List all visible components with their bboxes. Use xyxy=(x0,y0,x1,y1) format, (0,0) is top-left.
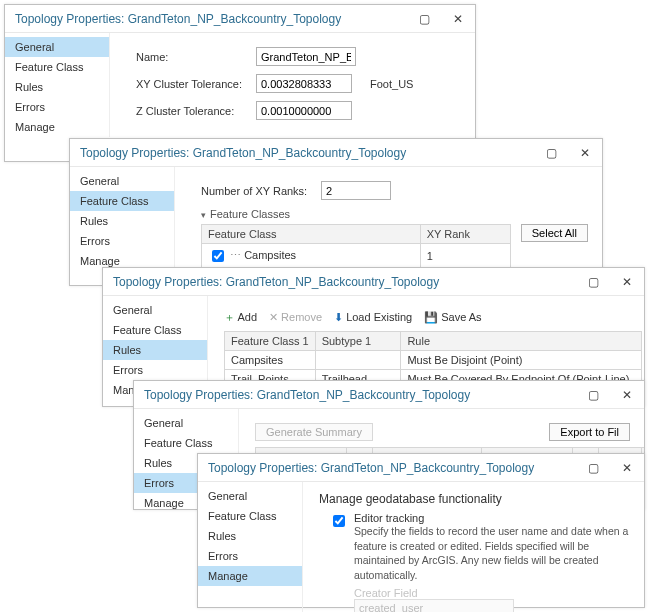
table-row[interactable]: ⋯ Campsites 1 xyxy=(202,244,511,269)
sidebar: General Feature Class Rules Errors Manag… xyxy=(5,33,110,137)
sidebar-item-feature-class[interactable]: Feature Class xyxy=(70,191,174,211)
th-feature-class: Feature Class xyxy=(202,225,421,244)
maximize-icon[interactable]: ▢ xyxy=(576,381,610,409)
sidebar-item-rules[interactable]: Rules xyxy=(70,211,174,231)
th-fc1: Feature Class 1 xyxy=(225,332,316,351)
sidebar-item-manage[interactable]: Manage xyxy=(198,566,302,586)
sidebar-item-feature-class[interactable]: Feature Class xyxy=(198,506,302,526)
window-title: Topology Properties: GrandTeton_NP_Backc… xyxy=(113,275,576,289)
sidebar-item-errors[interactable]: Errors xyxy=(103,360,207,380)
titlebar: Topology Properties: GrandTeton_NP_Backc… xyxy=(134,381,644,409)
maximize-icon[interactable]: ▢ xyxy=(576,268,610,296)
sidebar-item-rules[interactable]: Rules xyxy=(198,526,302,546)
sidebar-item-feature-class[interactable]: Feature Class xyxy=(103,320,207,340)
sidebar-item-feature-class[interactable]: Feature Class xyxy=(134,433,238,453)
row-checkbox[interactable] xyxy=(212,250,224,262)
sidebar-item-errors[interactable]: Errors xyxy=(198,546,302,566)
sidebar-item-rules[interactable]: Rules xyxy=(103,340,207,360)
ranks-input[interactable] xyxy=(321,181,391,200)
row-name: Campsites xyxy=(244,249,296,261)
titlebar: Topology Properties: GrandTeton_NP_Backc… xyxy=(70,139,602,167)
sidebar-item-rules[interactable]: Rules xyxy=(5,77,109,97)
download-icon: ⬇ xyxy=(334,311,343,323)
editor-tracking-desc: Specify the fields to record the user na… xyxy=(354,524,630,583)
sidebar: General Feature Class Rules Errors Manag… xyxy=(70,167,175,277)
close-icon[interactable]: ✕ xyxy=(610,268,644,296)
dialog-feature-class: Topology Properties: GrandTeton_NP_Backc… xyxy=(69,138,603,286)
sidebar-item-general[interactable]: General xyxy=(198,486,302,506)
close-icon[interactable]: ✕ xyxy=(610,454,644,482)
manage-heading: Manage geodatabase functionality xyxy=(319,492,630,506)
editor-tracking-label: Editor tracking xyxy=(354,512,630,524)
sidebar: General Feature Class Rules Errors Manag… xyxy=(198,482,303,612)
generate-summary-button: Generate Summary xyxy=(255,423,373,441)
creator-field-input: created_user xyxy=(354,599,514,612)
sidebar-item-manage[interactable]: Manage xyxy=(5,117,109,137)
table-row[interactable]: CampsitesMust Be Disjoint (Point) xyxy=(225,351,642,370)
close-icon[interactable]: ✕ xyxy=(568,139,602,167)
sidebar-item-errors[interactable]: Errors xyxy=(70,231,174,251)
xy-units: Foot_US xyxy=(370,78,413,90)
z-label: Z Cluster Tolerance: xyxy=(136,105,256,117)
select-all-button[interactable]: Select All xyxy=(521,224,588,242)
sidebar-item-general[interactable]: General xyxy=(70,171,174,191)
th-subtype: Subtype 1 xyxy=(315,332,401,351)
sidebar-item-general[interactable]: General xyxy=(134,413,238,433)
sidebar-item-general[interactable]: General xyxy=(103,300,207,320)
maximize-icon[interactable]: ▢ xyxy=(576,454,610,482)
window-title: Topology Properties: GrandTeton_NP_Backc… xyxy=(15,12,407,26)
window-title: Topology Properties: GrandTeton_NP_Backc… xyxy=(208,461,576,475)
export-button[interactable]: Export to Fil xyxy=(549,423,630,441)
close-icon[interactable]: ✕ xyxy=(610,381,644,409)
feature-classes-header[interactable]: Feature Classes xyxy=(201,208,588,220)
window-title: Topology Properties: GrandTeton_NP_Backc… xyxy=(144,388,576,402)
close-icon[interactable]: ✕ xyxy=(441,5,475,33)
dialog-manage: Topology Properties: GrandTeton_NP_Backc… xyxy=(197,453,645,608)
maximize-icon[interactable]: ▢ xyxy=(534,139,568,167)
plus-icon: ＋ xyxy=(224,311,235,323)
x-icon: ✕ xyxy=(269,311,278,323)
sidebar-item-feature-class[interactable]: Feature Class xyxy=(5,57,109,77)
z-input[interactable] xyxy=(256,101,352,120)
row-rank: 1 xyxy=(420,244,510,269)
xy-input[interactable] xyxy=(256,74,352,93)
xy-label: XY Cluster Tolerance: xyxy=(136,78,256,90)
sidebar-item-errors[interactable]: Errors xyxy=(5,97,109,117)
name-input[interactable] xyxy=(256,47,356,66)
titlebar: Topology Properties: GrandTeton_NP_Backc… xyxy=(5,5,475,33)
name-label: Name: xyxy=(136,51,256,63)
th-xy-rank: XY Rank xyxy=(420,225,510,244)
titlebar: Topology Properties: GrandTeton_NP_Backc… xyxy=(198,454,644,482)
sidebar-item-general[interactable]: General xyxy=(5,37,109,57)
save-as-button[interactable]: 💾 Save As xyxy=(424,311,481,324)
save-icon: 💾 xyxy=(424,311,438,323)
window-title: Topology Properties: GrandTeton_NP_Backc… xyxy=(80,146,534,160)
editor-tracking-checkbox[interactable] xyxy=(333,515,345,527)
load-existing-button[interactable]: ⬇ Load Existing xyxy=(334,311,412,324)
add-button[interactable]: ＋ Add xyxy=(224,310,257,325)
creator-field-label: Creator Field xyxy=(354,587,630,599)
maximize-icon[interactable]: ▢ xyxy=(407,5,441,33)
th-rule: Rule xyxy=(401,332,642,351)
ranks-label: Number of XY Ranks: xyxy=(201,185,321,197)
remove-button: ✕ Remove xyxy=(269,311,322,324)
titlebar: Topology Properties: GrandTeton_NP_Backc… xyxy=(103,268,644,296)
